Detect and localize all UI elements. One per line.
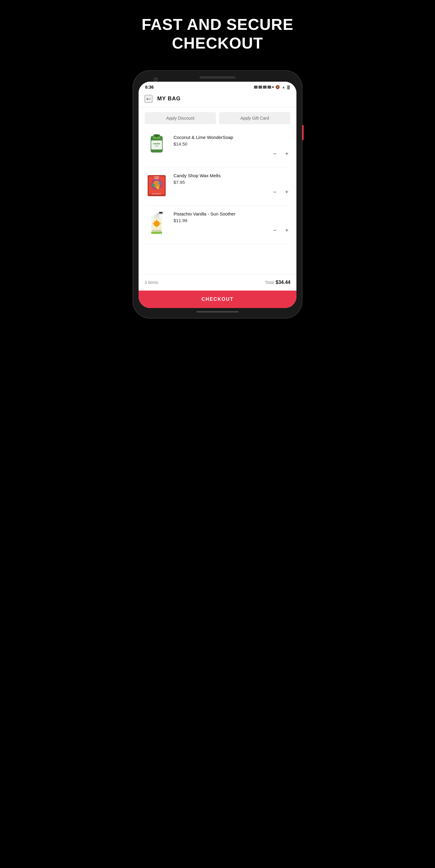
mute-icon: 🔕 bbox=[275, 85, 280, 89]
apply-discount-button[interactable]: Apply Discount bbox=[144, 112, 216, 124]
cart-item-3: SUN SOOTHER Pistachio Vanilla - Sun Soot… bbox=[144, 206, 291, 244]
item-1-price: $14.50 bbox=[173, 141, 291, 147]
item-2-decrease-button[interactable]: − bbox=[271, 188, 278, 195]
item-1-name: Coconut & Lime WonderSoap bbox=[173, 134, 291, 141]
total-section: Total $34.44 bbox=[265, 280, 291, 285]
item-2-increase-button[interactable]: + bbox=[283, 188, 291, 195]
coconut-soap-svg: WONDER SOAP bbox=[144, 134, 169, 161]
item-3-decrease-button[interactable]: − bbox=[271, 227, 278, 234]
total-label: Total bbox=[265, 280, 274, 285]
item-3-quantity-controls: − + bbox=[173, 227, 291, 234]
svg-text:SHOP: SHOP bbox=[155, 178, 159, 180]
phone-speaker bbox=[199, 76, 236, 79]
item-3-info: Pistachio Vanilla - Sun Soother $11.99 −… bbox=[173, 211, 291, 234]
svg-point-16 bbox=[156, 186, 159, 189]
item-1-decrease-button[interactable]: − bbox=[271, 150, 278, 157]
action-buttons-row: Apply Discount Apply Gift Card bbox=[139, 107, 296, 129]
svg-text:WONDER: WONDER bbox=[153, 143, 160, 145]
checkout-button[interactable]: CHECKOUT bbox=[139, 290, 296, 308]
page-wrapper: FAST AND SECURECHECKOUT 6:36 bbox=[109, 6, 326, 318]
signal-icons bbox=[254, 86, 274, 89]
cart-empty-space bbox=[139, 244, 296, 268]
item-3-increase-button[interactable]: + bbox=[283, 227, 291, 234]
status-icons: 🔕 ▲ ▓ bbox=[254, 85, 290, 89]
total-amount: $34.44 bbox=[276, 280, 291, 285]
phone-camera bbox=[154, 78, 158, 82]
svg-rect-21 bbox=[156, 213, 158, 216]
phone-device: 6:36 🔕 ▲ ▓ bbox=[133, 71, 302, 318]
item-1-image: WONDER SOAP bbox=[144, 134, 169, 161]
phone-home-bar bbox=[196, 311, 239, 313]
svg-rect-7 bbox=[156, 135, 157, 138]
svg-point-15 bbox=[159, 182, 161, 184]
phone-side-button bbox=[302, 125, 304, 140]
item-1-quantity-controls: − + bbox=[173, 150, 291, 157]
apply-gift-card-button[interactable]: Apply Gift Card bbox=[219, 112, 291, 124]
status-time: 6:36 bbox=[145, 85, 154, 90]
battery-icon: ▓ bbox=[287, 85, 290, 89]
item-2-name: Candy Shop Wax Melts bbox=[173, 173, 291, 179]
svg-text:WAX MELTS: WAX MELTS bbox=[153, 193, 162, 195]
svg-rect-6 bbox=[156, 134, 158, 135]
svg-text:SOAP: SOAP bbox=[155, 145, 158, 147]
item-3-image: SUN SOOTHER bbox=[144, 211, 169, 238]
back-button[interactable]: ← bbox=[144, 95, 153, 103]
phone-screen: 6:36 🔕 ▲ ▓ bbox=[139, 82, 296, 308]
item-2-quantity-controls: − + bbox=[173, 188, 291, 195]
items-count: 3 items bbox=[144, 280, 158, 285]
status-right-icons: 🔕 ▲ ▓ bbox=[275, 85, 290, 89]
signal-sq-3 bbox=[263, 86, 267, 89]
svg-rect-29 bbox=[151, 231, 162, 234]
signal-sq-1 bbox=[254, 86, 258, 89]
signal-sq-4 bbox=[268, 86, 271, 89]
wifi-icon: ▲ bbox=[282, 85, 285, 89]
svg-text:SUN SOOTHER: SUN SOOTHER bbox=[152, 230, 161, 231]
item-3-name: Pistachio Vanilla - Sun Soother bbox=[173, 211, 291, 217]
signal-dot bbox=[272, 86, 274, 88]
svg-rect-30 bbox=[159, 212, 163, 213]
phone-top-bar bbox=[139, 76, 296, 79]
item-2-image: CANDY SHOP WAX MELTS bbox=[144, 173, 169, 200]
cart-item-2: CANDY SHOP WAX MELTS Candy Shop Wax Melt… bbox=[144, 167, 291, 206]
item-2-info: Candy Shop Wax Melts $7.95 − + bbox=[173, 173, 291, 196]
hero-title: FAST AND SECURECHECKOUT bbox=[142, 15, 293, 53]
app-header: ← MY BAG bbox=[139, 91, 296, 107]
item-2-price: $7.95 bbox=[173, 180, 291, 185]
svg-rect-3 bbox=[151, 141, 162, 150]
page-title: MY BAG bbox=[157, 96, 181, 102]
svg-point-23 bbox=[154, 221, 160, 227]
item-1-increase-button[interactable]: + bbox=[283, 150, 291, 157]
item-3-price: $11.99 bbox=[173, 218, 291, 223]
signal-sq-2 bbox=[259, 86, 262, 89]
candy-shop-svg: CANDY SHOP WAX MELTS bbox=[144, 173, 169, 200]
svg-point-14 bbox=[152, 184, 155, 187]
phone-bottom-bar bbox=[139, 311, 296, 313]
item-1-info: Coconut & Lime WonderSoap $14.50 − + bbox=[173, 134, 291, 158]
cart-items-list: WONDER SOAP Coconut & Lime WonderSoap $1… bbox=[139, 129, 296, 244]
cart-item-1: WONDER SOAP Coconut & Lime WonderSoap $1… bbox=[144, 129, 291, 167]
status-bar: 6:36 🔕 ▲ ▓ bbox=[139, 82, 296, 91]
sun-soother-svg: SUN SOOTHER bbox=[144, 211, 169, 238]
cart-summary: 3 items Total $34.44 bbox=[139, 274, 296, 290]
